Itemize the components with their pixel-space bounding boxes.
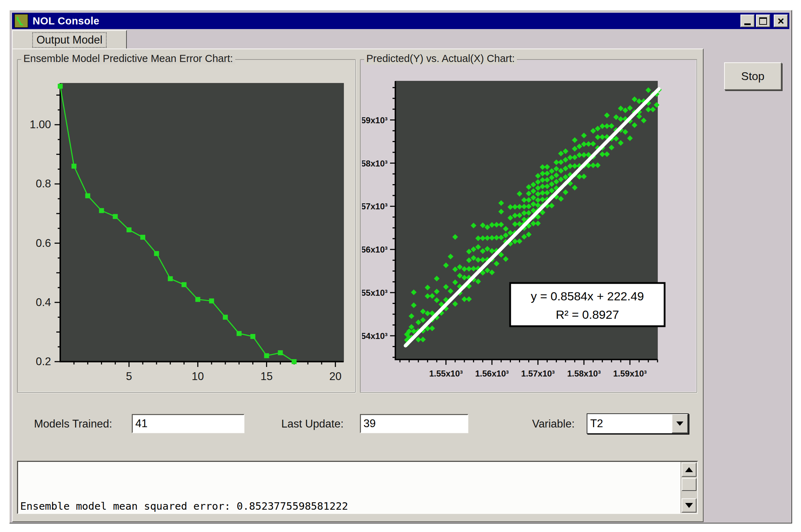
svg-text:1.00: 1.00 [30,118,51,131]
svg-text:1.59x10³: 1.59x10³ [613,369,647,378]
models-trained-label: Models Trained: [34,418,112,430]
scroll-down-icon [685,503,693,508]
maximize-button[interactable] [756,15,770,27]
predicted-vs-actual-chart-group: Predicted(Y) vs. Actual(X) Chart: 54x10³… [360,59,697,393]
svg-text:0.4: 0.4 [36,296,51,309]
icon-bg [15,15,28,27]
app-window: NOL Console × Output Model Ensemble Mode… [9,10,792,523]
svg-text:15: 15 [260,370,272,383]
ensemble-error-chart-group: Ensemble Model Predictive Mean Error Cha… [17,59,356,393]
svg-text:R² = 0.8927: R² = 0.8927 [556,308,619,321]
models-trained-input[interactable] [132,414,244,433]
console-line: Ensemble model mean squared error: 0.852… [20,498,680,512]
variable-dropdown-button[interactable] [672,414,688,433]
close-icon: × [778,16,784,26]
scroll-down-button[interactable] [682,498,696,513]
svg-text:59x10³: 59x10³ [362,115,388,125]
scroll-up-icon [685,467,693,472]
svg-text:0.2: 0.2 [36,355,51,368]
tab-output-model[interactable]: Output Model [12,30,127,49]
tab-label: Output Model [32,32,107,48]
scrollbar-thumb[interactable] [682,478,696,491]
svg-text:1.58x10³: 1.58x10³ [567,369,601,378]
variable-label: Variable: [532,418,575,430]
close-button[interactable]: × [774,15,788,27]
predicted-vs-actual-chart-title: Predicted(Y) vs. Actual(X) Chart: [364,53,517,64]
svg-text:56x10³: 56x10³ [362,245,388,254]
svg-text:5: 5 [126,370,132,383]
maximize-icon [759,17,767,25]
console-scrollbar[interactable] [681,462,697,513]
stop-button[interactable]: Stop [724,62,782,90]
last-update-input[interactable] [360,414,468,433]
svg-text:54x10³: 54x10³ [362,331,388,341]
svg-text:58x10³: 58x10³ [362,159,388,168]
svg-text:0.8: 0.8 [36,177,51,190]
ensemble-error-chart-title: Ensemble Model Predictive Mean Error Cha… [21,53,235,64]
svg-text:0.6: 0.6 [36,237,51,249]
svg-text:y = 0.8584x + 222.49: y = 0.8584x + 222.49 [531,289,644,303]
variable-dropdown-value: T2 [587,417,672,430]
last-update-label: Last Update: [281,418,344,430]
svg-text:20: 20 [329,370,341,383]
window-title: NOL Console [33,15,100,27]
minimize-button[interactable] [740,15,755,27]
title-bar[interactable]: NOL Console × [12,13,789,29]
svg-text:1.55x10³: 1.55x10³ [429,369,463,378]
svg-text:55x10³: 55x10³ [362,288,388,298]
chevron-down-icon [676,421,683,426]
svg-text:10: 10 [192,370,204,383]
svg-text:1.57x10³: 1.57x10³ [521,369,555,378]
svg-text:57x10³: 57x10³ [362,202,388,211]
variable-dropdown[interactable]: T2 [587,413,689,434]
line-chart-svg: 0.20.40.60.81.005101520 [19,68,354,389]
chart-line-app-icon [14,14,28,28]
svg-text:1.56x10³: 1.56x10³ [475,369,509,378]
minimize-icon [744,23,751,25]
console-output[interactable]: Ensemble model mean squared error: 0.852… [17,461,698,514]
scroll-up-button[interactable] [682,463,696,477]
scatter-chart-svg: 54x10³55x10³56x10³57x10³58x10³59x10³1.55… [362,68,695,389]
output-model-panel: Ensemble Model Predictive Mean Error Cha… [12,49,704,522]
